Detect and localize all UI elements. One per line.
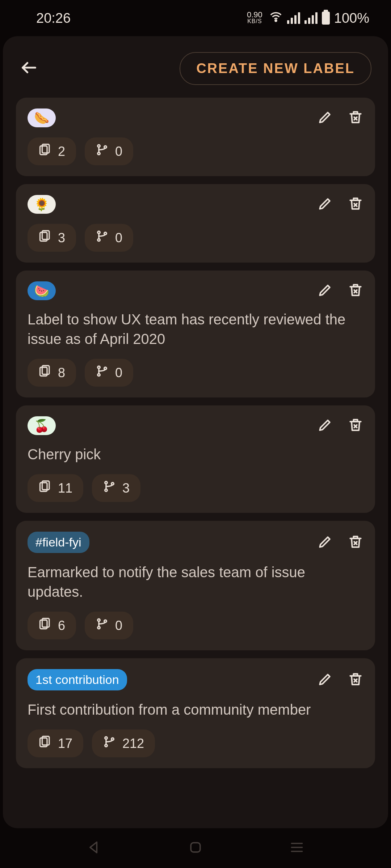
nav-back-icon[interactable] (86, 839, 102, 857)
issues-icon (38, 617, 51, 634)
card-actions (317, 282, 363, 299)
issues-count-pill[interactable]: 6 (28, 612, 76, 639)
issues-icon (38, 143, 51, 159)
issues-count: 6 (58, 618, 65, 633)
label-card[interactable]: 🍒 Cherry pick 11 3 (16, 405, 375, 513)
label-description: Label to show UX team has recently revie… (28, 310, 363, 349)
merge-count: 212 (122, 736, 144, 751)
issues-count-pill[interactable]: 3 (28, 224, 76, 252)
merge-count-pill[interactable]: 0 (85, 137, 133, 165)
label-card[interactable]: 🌻 3 0 (16, 184, 375, 263)
wifi-icon (269, 10, 283, 27)
merge-icon (96, 617, 109, 634)
label-card[interactable]: 🌭 2 0 (16, 98, 375, 176)
issues-count: 17 (58, 736, 72, 751)
issues-icon (38, 365, 51, 381)
label-tag: #field-fyi (28, 532, 89, 553)
delete-icon[interactable] (348, 671, 363, 689)
issues-count: 8 (58, 365, 65, 380)
merge-count: 0 (115, 144, 122, 159)
status-bar: 20:26 0.90 KB/S 100% (0, 0, 391, 36)
label-counts: 11 3 (28, 474, 363, 502)
edit-icon[interactable] (317, 196, 333, 213)
signal-icon (287, 12, 300, 24)
card-actions (317, 196, 363, 213)
label-tag: 1st contribution (28, 669, 127, 690)
label-description: Earmarked to notify the sales team of is… (28, 562, 363, 601)
issues-count: 11 (58, 481, 72, 496)
issues-count-pill[interactable]: 2 (28, 137, 76, 165)
merge-count-pill[interactable]: 212 (92, 729, 155, 757)
merge-count: 3 (122, 481, 130, 496)
card-actions (317, 534, 363, 551)
issues-count: 3 (58, 230, 65, 246)
merge-count: 0 (115, 230, 122, 246)
label-description: First contribution from a community memb… (28, 700, 363, 719)
battery-percent: 100% (334, 10, 369, 26)
issues-icon (38, 230, 51, 246)
delete-icon[interactable] (348, 417, 363, 434)
status-time: 20:26 (36, 10, 71, 26)
label-counts: 6 0 (28, 612, 363, 639)
merge-icon (103, 480, 116, 496)
delete-icon[interactable] (348, 109, 363, 127)
merge-count-pill[interactable]: 0 (85, 612, 133, 639)
label-counts: 3 0 (28, 224, 363, 252)
edit-icon[interactable] (317, 534, 333, 551)
merge-count-pill[interactable]: 0 (85, 224, 133, 252)
delete-icon[interactable] (348, 534, 363, 551)
issues-icon (38, 735, 51, 752)
label-counts: 8 0 (28, 359, 363, 387)
merge-count: 0 (115, 365, 122, 380)
issues-count: 2 (58, 144, 65, 159)
battery-icon (322, 12, 330, 25)
svg-point-0 (275, 20, 277, 21)
create-new-label-button[interactable]: CREATE NEW LABEL (180, 52, 371, 85)
card-top-row: 🌭 (28, 109, 363, 127)
nav-home-icon[interactable] (188, 839, 203, 857)
merge-count: 0 (115, 618, 122, 633)
issues-count-pill[interactable]: 8 (28, 359, 76, 387)
issues-count-pill[interactable]: 11 (28, 474, 83, 502)
merge-icon (96, 365, 109, 381)
network-speed-icon: 0.90 KB/S (247, 12, 262, 25)
card-top-row: 🍒 (28, 416, 363, 435)
label-card[interactable]: 🍉 Label to show UX team has recently rev… (16, 271, 375, 397)
card-top-row: 🌻 (28, 195, 363, 214)
merge-icon (96, 143, 109, 159)
system-nav-bar (0, 828, 391, 868)
svg-rect-31 (191, 843, 200, 852)
edit-icon[interactable] (317, 109, 333, 127)
status-right: 0.90 KB/S 100% (247, 10, 369, 27)
merge-icon (96, 230, 109, 246)
edit-icon[interactable] (317, 671, 333, 689)
label-tag: 🌻 (28, 195, 56, 214)
merge-count-pill[interactable]: 0 (85, 359, 133, 387)
merge-count-pill[interactable]: 3 (92, 474, 140, 502)
label-description: Cherry pick (28, 444, 363, 464)
label-card[interactable]: #field-fyi Earmarked to notify the sales… (16, 521, 375, 650)
signal-icon-2 (304, 12, 318, 24)
nav-recent-icon[interactable] (289, 839, 305, 857)
back-icon[interactable] (20, 58, 38, 78)
card-actions (317, 671, 363, 689)
label-tag: 🍒 (28, 416, 56, 435)
label-card[interactable]: 1st contribution First contribution from… (16, 658, 375, 768)
issues-count-pill[interactable]: 17 (28, 729, 83, 757)
card-actions (317, 417, 363, 434)
label-tag: 🌭 (28, 109, 56, 127)
delete-icon[interactable] (348, 196, 363, 213)
card-actions (317, 109, 363, 127)
card-top-row: 1st contribution (28, 669, 363, 690)
main-panel: CREATE NEW LABEL 🌭 2 0 🌻 (3, 36, 388, 828)
label-counts: 17 212 (28, 729, 363, 757)
edit-icon[interactable] (317, 282, 333, 299)
card-top-row: #field-fyi (28, 532, 363, 553)
label-counts: 2 0 (28, 137, 363, 165)
card-top-row: 🍉 (28, 281, 363, 300)
delete-icon[interactable] (348, 282, 363, 299)
merge-icon (103, 735, 116, 752)
edit-icon[interactable] (317, 417, 333, 434)
label-tag: 🍉 (28, 281, 56, 300)
issues-icon (38, 480, 51, 496)
